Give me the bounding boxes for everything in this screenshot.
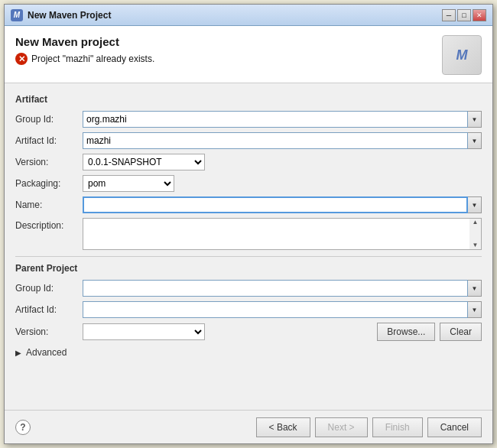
next-button[interactable]: Next > [315, 417, 368, 437]
artifact-section-label: Artifact [15, 94, 482, 105]
group-id-dropdown-btn[interactable]: ▼ [468, 111, 482, 128]
name-row: Name: ▼ [15, 196, 482, 213]
artifact-id-row: Artifact Id: ▼ [15, 132, 482, 149]
parent-group-id-label: Group Id: [15, 283, 83, 294]
parent-section-label: Parent Project [15, 263, 482, 274]
name-combo: ▼ [83, 196, 482, 213]
parent-artifact-id-row: Artifact Id: ▼ [15, 301, 482, 318]
parent-artifact-id-dropdown-btn[interactable]: ▼ [468, 301, 482, 318]
parent-artifact-id-label: Artifact Id: [15, 304, 83, 315]
version-label: Version: [15, 157, 83, 167]
parent-group-id-dropdown-btn[interactable]: ▼ [468, 280, 482, 297]
maximize-button[interactable]: □ [457, 9, 471, 21]
title-bar: M New Maven Project ─ □ ✕ [5, 5, 492, 26]
group-id-input[interactable] [83, 111, 468, 128]
parent-version-row: Version: Browse... Clear [15, 323, 482, 341]
packaging-row: Packaging: pom jar war ear [15, 175, 482, 192]
parent-version-row-right: Browse... Clear [83, 323, 482, 341]
parent-group-id-input[interactable] [83, 280, 468, 297]
finish-button[interactable]: Finish [372, 417, 423, 437]
name-dropdown-btn[interactable]: ▼ [468, 196, 482, 213]
parent-artifact-id-input[interactable] [83, 301, 468, 318]
description-row: Description: ▲ ▼ [15, 218, 482, 250]
parent-version-select[interactable] [83, 323, 205, 340]
scrollbar-down-arrow[interactable]: ▼ [473, 242, 479, 248]
footer-left: ? [15, 420, 31, 435]
close-button[interactable]: ✕ [473, 9, 486, 21]
group-id-row: Group Id: ▼ [15, 111, 482, 128]
advanced-triangle-icon: ▶ [15, 349, 21, 357]
group-id-combo: ▼ [83, 111, 482, 128]
parent-version-buttons: Browse... Clear [377, 323, 482, 341]
version-select[interactable]: 0.0.1-SNAPSHOT 1.0.0-SNAPSHOT [83, 154, 205, 170]
help-button[interactable]: ? [15, 420, 31, 435]
back-button[interactable]: < Back [256, 417, 310, 437]
error-icon: ✕ [15, 53, 28, 65]
group-id-label: Group Id: [15, 114, 83, 125]
parent-group-id-row: Group Id: ▼ [15, 280, 482, 297]
parent-group-id-combo: ▼ [83, 280, 482, 297]
footer-buttons: < Back Next > Finish Cancel [256, 417, 482, 437]
dialog-title: New Maven project [15, 35, 154, 48]
minimize-button[interactable]: ─ [442, 9, 456, 21]
name-label: Name: [15, 200, 83, 210]
name-input[interactable] [83, 196, 468, 213]
dialog-window: M New Maven Project ─ □ ✕ New Maven proj… [4, 4, 493, 444]
artifact-id-dropdown-btn[interactable]: ▼ [468, 132, 482, 149]
dialog-body: New Maven project ✕ Project "mazhi" alre… [5, 26, 492, 443]
header-section: New Maven project ✕ Project "mazhi" alre… [5, 26, 492, 83]
clear-button[interactable]: Clear [440, 323, 482, 341]
parent-version-select-wrap [83, 323, 205, 340]
title-bar-left: M New Maven Project [11, 9, 111, 21]
packaging-select[interactable]: pom jar war ear [83, 175, 174, 192]
browse-button[interactable]: Browse... [377, 323, 435, 341]
advanced-label: Advanced [26, 347, 67, 358]
footer: ? < Back Next > Finish Cancel [5, 410, 492, 443]
title-bar-text: New Maven Project [28, 10, 111, 21]
error-message-row: ✕ Project "mazhi" already exists. [15, 53, 154, 65]
content-area: Artifact Group Id: ▼ Artifact Id: ▼ Vers… [5, 83, 492, 410]
cancel-button[interactable]: Cancel [427, 417, 482, 437]
description-input-wrap: ▲ ▼ [83, 218, 482, 250]
header-left: New Maven project ✕ Project "mazhi" alre… [15, 35, 154, 65]
advanced-row[interactable]: ▶ Advanced [15, 347, 482, 358]
scrollbar-up-arrow[interactable]: ▲ [473, 219, 479, 226]
artifact-id-combo: ▼ [83, 132, 482, 149]
error-text: Project "mazhi" already exists. [31, 54, 154, 64]
artifact-id-input[interactable] [83, 132, 468, 149]
maven-logo: M [442, 35, 482, 75]
artifact-id-label: Artifact Id: [15, 135, 83, 146]
maven-title-icon: M [11, 9, 23, 21]
description-label: Description: [15, 218, 83, 231]
version-row: Version: 0.0.1-SNAPSHOT 1.0.0-SNAPSHOT [15, 154, 482, 170]
title-controls: ─ □ ✕ [442, 9, 486, 21]
description-scrollbar: ▲ ▼ [469, 218, 482, 250]
parent-artifact-id-combo: ▼ [83, 301, 482, 318]
packaging-label: Packaging: [15, 178, 83, 189]
section-divider [15, 256, 482, 257]
parent-version-label: Version: [15, 326, 83, 337]
description-textarea[interactable] [83, 218, 469, 250]
parent-project-section: Parent Project Group Id: ▼ Artifact Id: … [15, 263, 482, 341]
